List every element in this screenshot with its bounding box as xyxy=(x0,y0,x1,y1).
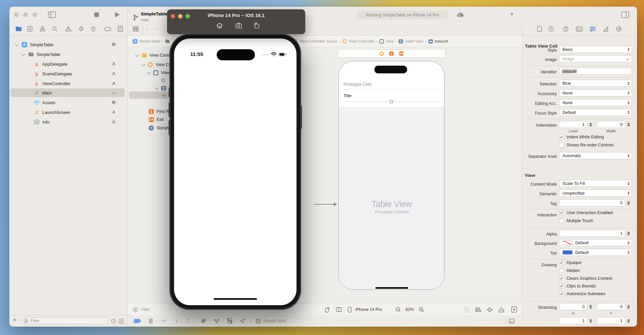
background-color-swatch[interactable] xyxy=(562,241,573,245)
update-frames-icon[interactable] xyxy=(464,307,470,313)
outline-row[interactable]: Exit xyxy=(128,116,164,123)
view-controller-scene[interactable]: Prototype Cells Title Table View Prototy… xyxy=(338,61,444,290)
disclosure-chevron-icon[interactable] xyxy=(141,62,145,66)
outline-row[interactable]: View xyxy=(128,69,170,76)
split-preview-icon[interactable] xyxy=(336,307,342,312)
back-button[interactable]: ‹ xyxy=(146,25,148,32)
semantic-popup[interactable]: Unspecified xyxy=(559,190,632,197)
report-navigator-tab-icon[interactable] xyxy=(118,26,123,32)
disclosure-chevron-icon[interactable] xyxy=(147,70,151,74)
separator-inset-popup[interactable]: Automatic xyxy=(559,152,632,159)
clears-graphics-checkbox[interactable]: ✓ xyxy=(559,276,564,281)
stretching-y-field[interactable]: 0 xyxy=(597,303,625,310)
stretching-y-stepper[interactable] xyxy=(626,304,631,310)
add-constraints-icon[interactable] xyxy=(487,307,493,313)
simulator-device[interactable]: 11:55 xyxy=(169,34,301,310)
multiple-touch-checkbox[interactable] xyxy=(559,218,564,223)
simulator-titlebar[interactable]: iPhone 14 Pro – iOS 16.1 xyxy=(167,9,305,34)
pause-debug-icon[interactable] xyxy=(149,319,153,324)
file-row-group[interactable]: SimpleTable xyxy=(11,50,125,59)
breakpoint-navigator-tab-icon[interactable] xyxy=(104,27,111,31)
navigator-filter-field[interactable] xyxy=(21,317,109,324)
image-combo[interactable]: Image xyxy=(559,55,632,62)
simulator-screen[interactable]: 11:55 xyxy=(174,39,297,305)
source-control-tab-icon[interactable] xyxy=(27,26,33,31)
exit-dock-icon[interactable] xyxy=(399,51,404,56)
breadcrumb-item[interactable]: View Controller xyxy=(348,39,375,43)
breadcrumb-item[interactable]: datacell xyxy=(435,39,448,43)
device-name[interactable]: iPhone 14 Pro xyxy=(356,307,382,312)
alpha-stepper[interactable] xyxy=(626,230,631,237)
toggle-left-sidebar-icon[interactable] xyxy=(48,11,56,18)
environment-overrides-icon[interactable] xyxy=(227,318,232,324)
screenshot-icon[interactable] xyxy=(235,22,243,28)
file-row[interactable]: Info A xyxy=(11,118,125,126)
file-row[interactable]: ViewController A xyxy=(11,79,125,88)
breakpoints-toggle[interactable] xyxy=(134,319,141,323)
tag-stepper[interactable] xyxy=(626,200,631,206)
background-popup[interactable]: Default xyxy=(559,239,632,246)
content-mode-popup[interactable]: Scale To Fill xyxy=(559,180,632,187)
home-icon[interactable] xyxy=(216,22,223,29)
forward-button[interactable]: › xyxy=(156,25,158,32)
rotate-icon[interactable] xyxy=(253,22,260,29)
clips-to-bounds-checkbox[interactable]: ✓ xyxy=(559,284,564,288)
memory-graph-icon[interactable] xyxy=(214,319,220,324)
step-into-icon[interactable] xyxy=(174,318,179,324)
indentation-level-field[interactable]: 1 xyxy=(559,121,587,128)
file-row-project[interactable]: SimpleTable M xyxy=(11,40,125,49)
issue-navigator-tab-icon[interactable] xyxy=(65,26,71,31)
breadcrumb-item[interactable]: View xyxy=(385,39,394,43)
stretching-height-field[interactable]: 1 xyxy=(597,317,625,324)
indentation-level-stepper[interactable] xyxy=(588,121,593,128)
debug-navigator-tab-icon[interactable] xyxy=(91,26,96,32)
editing-acc-popup[interactable]: None xyxy=(559,99,632,106)
step-over-icon[interactable] xyxy=(161,319,167,323)
stop-button[interactable] xyxy=(94,12,99,17)
toggle-right-sidebar-icon[interactable] xyxy=(621,11,629,18)
disclosure-chevron-icon[interactable] xyxy=(135,53,139,57)
opaque-checkbox[interactable]: ✓ xyxy=(559,260,564,265)
combo-disclosure-button[interactable] xyxy=(625,57,630,62)
view-hierarchy-icon[interactable] xyxy=(201,318,206,324)
file-row-selected[interactable]: Main — xyxy=(11,88,125,97)
indentation-width-stepper[interactable] xyxy=(626,121,631,128)
orientation-icon[interactable] xyxy=(324,307,330,313)
disclosure-chevron-icon[interactable] xyxy=(162,93,166,96)
add-file-button[interactable]: + xyxy=(13,316,16,324)
user-interaction-checkbox[interactable]: ✓ xyxy=(559,210,564,215)
simulate-location-icon[interactable] xyxy=(240,318,245,324)
zoom-in-icon[interactable] xyxy=(419,307,424,312)
stretching-x-stepper[interactable] xyxy=(588,304,593,310)
related-items-icon[interactable] xyxy=(133,26,139,31)
disclosure-chevron-icon[interactable] xyxy=(155,86,158,89)
view-controller-dock-icon[interactable] xyxy=(379,51,384,56)
breadcrumb-item[interactable]: Table View xyxy=(405,39,423,43)
tag-field[interactable]: 0 xyxy=(559,199,625,206)
breadcrumb-item[interactable]: View Controller Scene xyxy=(299,39,337,43)
device-icon[interactable] xyxy=(348,307,352,313)
resolve-autolayout-icon[interactable] xyxy=(498,307,504,313)
add-toolbar-button[interactable]: + xyxy=(510,10,514,18)
project-navigator-tab-icon[interactable] xyxy=(15,26,22,31)
align-icon[interactable] xyxy=(475,307,481,312)
focus-style-popup[interactable]: Default xyxy=(559,109,632,116)
first-responder-dock-icon[interactable]: 1 xyxy=(389,51,394,56)
stretching-width-stepper[interactable] xyxy=(588,318,593,324)
stretching-height-stepper[interactable] xyxy=(626,318,631,324)
file-row[interactable]: SceneDelegate A xyxy=(11,69,125,78)
autoresize-subviews-checkbox[interactable]: ✓ xyxy=(559,291,564,296)
file-row[interactable]: Assets M xyxy=(11,98,125,107)
zoom-out-icon[interactable] xyxy=(395,307,401,312)
cell-resize-handle[interactable] xyxy=(390,100,393,103)
identifier-field[interactable]: datacell xyxy=(559,68,632,75)
file-row[interactable]: AppDelegate A xyxy=(11,60,125,68)
toggle-debug-area-icon[interactable] xyxy=(509,319,515,324)
accessory-popup[interactable]: None xyxy=(559,89,632,96)
alpha-field[interactable]: 1 xyxy=(559,230,625,237)
tint-color-swatch[interactable] xyxy=(562,250,573,255)
minimize-button[interactable] xyxy=(23,12,28,17)
test-navigator-tab-icon[interactable] xyxy=(78,26,84,31)
indentation-width-field[interactable]: 0 xyxy=(597,121,625,128)
disclosure-chevron-icon[interactable] xyxy=(15,42,18,46)
